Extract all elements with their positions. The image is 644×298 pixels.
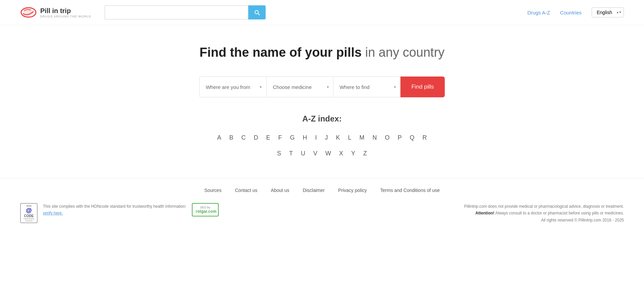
footer-link[interactable]: Disclaimer <box>303 188 325 193</box>
az-index-section: A-Z index: ABCDEFGHIJKLMNOPQR STUVWXYZ <box>205 114 439 164</box>
az-letter[interactable]: Q <box>409 133 415 143</box>
footer: SourcesContact usAbout usDisclaimerPriva… <box>0 178 644 230</box>
footer-links: SourcesContact usAbout usDisclaimerPriva… <box>20 188 624 193</box>
az-letter[interactable]: E <box>265 133 271 143</box>
verify-link[interactable]: verify here. <box>43 211 63 215</box>
footer-link[interactable]: Contact us <box>235 188 257 193</box>
footer-link[interactable]: Privacy policy <box>338 188 367 193</box>
hon-code-label: CODE <box>24 214 34 218</box>
az-letter[interactable]: Y <box>351 149 356 158</box>
choose-medicine-select[interactable]: Choose medicine Aspirin Ibuprofen Parace… <box>266 77 333 97</box>
az-letter[interactable]: B <box>228 133 234 143</box>
search-button[interactable] <box>248 5 266 19</box>
footer-link[interactable]: Terms and Conditions of use <box>380 188 440 193</box>
az-title: A-Z index: <box>205 114 439 123</box>
search-input[interactable] <box>105 5 248 19</box>
az-row-2: STUVWXYZ <box>205 149 439 158</box>
az-letter[interactable]: A <box>216 133 222 143</box>
where-from-select[interactable]: Where are you from United States United … <box>199 77 266 97</box>
hero-title: Find the name of your pills in any count… <box>200 45 445 60</box>
az-letter[interactable]: V <box>313 149 318 158</box>
footer-link[interactable]: Sources <box>204 188 221 193</box>
az-letter[interactable]: J <box>324 133 329 143</box>
az-row-1: ABCDEFGHIJKLMNOPQR <box>205 133 439 143</box>
az-letter[interactable]: H <box>302 133 308 143</box>
where-to-wrapper: Where to find United States United Kingd… <box>333 77 400 97</box>
where-to-select[interactable]: Where to find United States United Kingd… <box>333 77 400 97</box>
footer-right-text: Pillintrip.com does not provide medical … <box>464 203 624 224</box>
site-logo[interactable]: Pill in trip DRUGS AROUND THE WORLD <box>20 6 91 19</box>
az-letter[interactable]: G <box>289 133 295 143</box>
az-letter[interactable]: T <box>288 149 293 158</box>
footer-bottom: HON @ CODE CERTIFIED 12/2010 This site c… <box>20 203 624 224</box>
az-letter[interactable]: F <box>277 133 282 143</box>
az-letter[interactable]: C <box>240 133 246 143</box>
logo-text: Pill in trip DRUGS AROUND THE WORLD <box>40 7 91 18</box>
main-nav: Drugs A-Z Countries English Français Esp… <box>527 7 624 17</box>
az-letter[interactable]: L <box>347 133 352 143</box>
az-letter[interactable]: Z <box>363 149 368 158</box>
footer-link[interactable]: About us <box>271 188 289 193</box>
az-letter[interactable]: W <box>325 149 332 158</box>
choose-medicine-wrapper: Choose medicine Aspirin Ibuprofen Parace… <box>266 77 333 97</box>
where-from-wrapper: Where are you from United States United … <box>199 77 266 97</box>
language-selector[interactable]: English Français Español Deutsch <box>592 7 624 17</box>
hon-badge: HON @ CODE CERTIFIED 12/2010 <box>20 203 38 223</box>
language-selector-wrapper: English Français Español Deutsch <box>592 7 624 17</box>
az-letter[interactable]: U <box>300 149 306 158</box>
az-letter[interactable]: M <box>359 133 365 143</box>
az-letter[interactable]: P <box>397 133 402 143</box>
footer-left: HON @ CODE CERTIFIED 12/2010 This site c… <box>20 203 219 223</box>
az-letter[interactable]: O <box>384 133 390 143</box>
az-letter[interactable]: R <box>422 133 428 143</box>
nav-countries[interactable]: Countries <box>560 10 582 15</box>
search-icon <box>254 9 260 16</box>
logo-icon <box>20 6 37 19</box>
seo-badge: SEO by rotgar.com <box>192 203 219 216</box>
az-letter[interactable]: X <box>338 149 344 158</box>
az-letter[interactable]: N <box>372 133 378 143</box>
az-letter[interactable]: I <box>314 133 317 143</box>
search-area <box>105 5 266 19</box>
find-pills-button[interactable]: Find pills <box>400 77 444 97</box>
az-letter[interactable]: S <box>276 149 282 158</box>
footer-disclaimer: This site complies with the HONcode stan… <box>43 203 186 217</box>
az-letter[interactable]: D <box>253 133 259 143</box>
pill-finder: Where are you from United States United … <box>199 77 444 97</box>
az-letter[interactable]: K <box>335 133 341 143</box>
hon-at-symbol: @ <box>26 207 32 214</box>
nav-drugs-az[interactable]: Drugs A-Z <box>527 10 550 15</box>
